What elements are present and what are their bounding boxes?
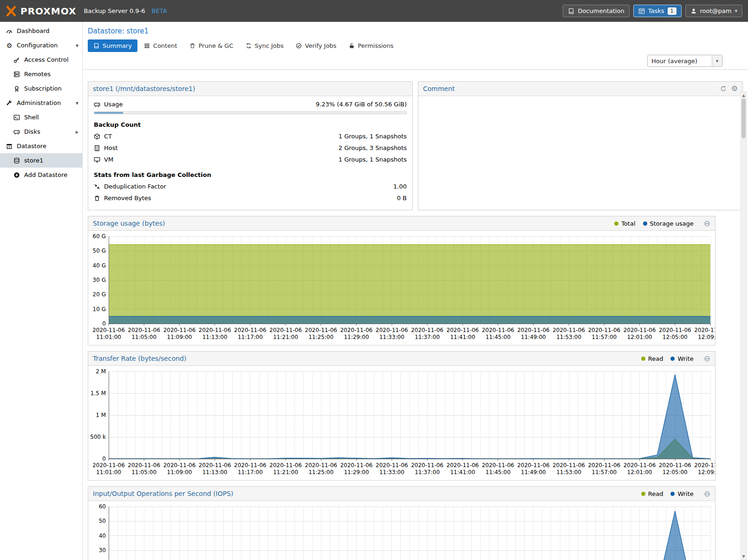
svg-text:12:09:00: 12:09:00 <box>698 334 715 340</box>
gc-row-removed-bytes: Removed Bytes 0 B <box>88 192 412 204</box>
sidebar-item-administration[interactable]: Administration ▾ <box>0 96 82 110</box>
collapse-icon[interactable]: ⊖ <box>704 490 710 497</box>
svg-text:11:33:00: 11:33:00 <box>379 334 404 340</box>
svg-text:2020-11-06: 2020-11-06 <box>269 327 302 333</box>
svg-text:60 G: 60 G <box>93 233 106 240</box>
chevron-right-icon[interactable]: ▸ <box>76 129 78 135</box>
proxmox-logo-icon <box>6 6 17 16</box>
svg-text:40 G: 40 G <box>93 262 106 269</box>
certificate-icon <box>13 85 20 92</box>
refresh-icon[interactable] <box>720 85 727 92</box>
svg-text:11:13:00: 11:13:00 <box>202 334 228 340</box>
svg-text:2020-11-06: 2020-11-06 <box>694 327 715 333</box>
timeframe-select[interactable]: Hour (average) ▾ <box>647 55 722 67</box>
cube-icon <box>94 133 100 140</box>
svg-text:2020-11-06: 2020-11-06 <box>199 327 231 333</box>
svg-text:2020-11-06: 2020-11-06 <box>92 327 125 333</box>
svg-text:40: 40 <box>99 533 106 539</box>
svg-text:60: 60 <box>99 503 106 510</box>
tab-prune-gc[interactable]: Prune & GC <box>184 39 239 52</box>
svg-text:11:45:00: 11:45:00 <box>486 469 511 475</box>
svg-text:2020-11-06: 2020-11-06 <box>447 327 479 333</box>
sidebar-item-label: Subscription <box>24 85 62 92</box>
tab-summary[interactable]: Summary <box>88 39 137 52</box>
svg-text:11:17:00: 11:17:00 <box>238 334 263 340</box>
legend-dot <box>643 221 647 226</box>
backup-count-title: Backup Count <box>88 115 412 130</box>
sidebar-item-add-datastore[interactable]: Add Datastore <box>0 168 82 182</box>
legend-read[interactable]: Read <box>641 355 663 362</box>
sidebar-item-remotes[interactable]: Remotes <box>0 67 82 81</box>
tasks-button[interactable]: Tasks 1 <box>633 5 682 17</box>
svg-text:20 G: 20 G <box>93 291 106 298</box>
legend-total[interactable]: Total <box>614 220 635 227</box>
sidebar-item-label: Remotes <box>24 71 51 78</box>
sidebar-item-dashboard[interactable]: Dashboard <box>0 24 82 38</box>
svg-text:11:05:00: 11:05:00 <box>131 334 156 340</box>
caret-down-icon: ▾ <box>735 8 737 14</box>
scrollbar[interactable]: ▲ ▼ <box>741 91 747 560</box>
tab-verify-jobs[interactable]: Verify Jobs <box>290 39 342 52</box>
row-label: Host <box>104 144 118 151</box>
legend-label: Write <box>677 355 693 362</box>
row-label: Removed Bytes <box>104 195 151 202</box>
tab-sync-jobs[interactable]: Sync Jobs <box>240 39 289 52</box>
legend-storage-usage[interactable]: Storage usage <box>643 220 694 227</box>
legend-write[interactable]: Write <box>670 490 693 497</box>
scrollbar-thumb[interactable] <box>741 98 746 138</box>
tab-content[interactable]: Content <box>138 39 183 52</box>
legend-dot <box>614 221 618 226</box>
svg-text:2020-11-06: 2020-11-06 <box>517 462 550 469</box>
svg-text:12:05:00: 12:05:00 <box>663 469 688 475</box>
svg-text:12:01:00: 12:01:00 <box>627 469 652 475</box>
scroll-down-icon[interactable]: ▼ <box>741 553 746 560</box>
svg-text:2020-11-06: 2020-11-06 <box>340 462 373 469</box>
tab-permissions[interactable]: Permissions <box>343 39 399 52</box>
sidebar-item-datastore[interactable]: Datastore <box>0 139 82 153</box>
sidebar-item-subscription[interactable]: Subscription <box>0 81 82 96</box>
sidebar-item-access-control[interactable]: Access Control <box>0 52 82 67</box>
tab-label: Content <box>153 42 177 49</box>
topbar-actions: Documentation Tasks 1 root@pam ▾ <box>563 5 742 17</box>
iops-title: Input/Output Operations per Second (IOPS… <box>93 490 234 497</box>
timeframe-value: Hour (average) <box>648 58 712 65</box>
sidebar-item-store1[interactable]: store1 <box>0 153 82 168</box>
storage-usage-title: Storage usage (bytes) <box>93 220 165 227</box>
svg-text:11:29:00: 11:29:00 <box>344 334 369 340</box>
legend-read[interactable]: Read <box>641 490 663 497</box>
svg-text:2020-11-06: 2020-11-06 <box>553 462 585 469</box>
collapse-icon[interactable]: ⊖ <box>704 355 710 362</box>
svg-text:50 G: 50 G <box>93 247 106 254</box>
svg-text:0: 0 <box>102 456 106 462</box>
scroll-up-icon[interactable]: ▲ <box>741 92 746 98</box>
usage-progress-fill <box>94 112 123 114</box>
legend-label: Read <box>648 490 663 497</box>
chevron-down-icon[interactable]: ▾ <box>76 42 78 49</box>
beta-link[interactable]: BETA <box>152 7 167 14</box>
backup-count-row-ct: CT 1 Groups, 1 Snapshots <box>88 130 412 142</box>
tab-label: Verify Jobs <box>305 42 337 49</box>
svg-text:2020-11-06: 2020-11-06 <box>482 327 514 333</box>
combo-caret-icon[interactable]: ▾ <box>712 55 722 66</box>
user-menu-button[interactable]: root@pam ▾ <box>685 5 742 17</box>
svg-text:2020-11-06: 2020-11-06 <box>411 462 443 469</box>
documentation-button[interactable]: Documentation <box>563 5 629 17</box>
svg-text:11:57:00: 11:57:00 <box>592 469 617 475</box>
svg-text:11:21:00: 11:21:00 <box>273 469 298 475</box>
row-value: 1.00 <box>393 183 407 190</box>
gear-icon[interactable]: ⚙ <box>731 85 738 92</box>
legend-write[interactable]: Write <box>670 355 693 362</box>
legend-dot <box>670 492 675 496</box>
svg-text:10 G: 10 G <box>93 306 106 313</box>
sidebar-item-label: Administration <box>17 99 61 106</box>
sidebar-item-shell[interactable]: Shell <box>0 110 82 124</box>
sidebar-item-disks[interactable]: Disks ▸ <box>0 124 82 139</box>
plus-circle-icon <box>13 172 20 178</box>
collapse-icon[interactable]: ⊖ <box>704 220 710 227</box>
archive-icon <box>6 143 13 150</box>
svg-text:2020-11-06: 2020-11-06 <box>128 327 160 333</box>
svg-text:11:01:00: 11:01:00 <box>96 469 121 475</box>
chevron-down-icon[interactable]: ▾ <box>76 100 78 106</box>
terminal-icon <box>13 114 20 121</box>
sidebar-item-configuration[interactable]: ⚙ Configuration ▾ <box>0 38 82 52</box>
